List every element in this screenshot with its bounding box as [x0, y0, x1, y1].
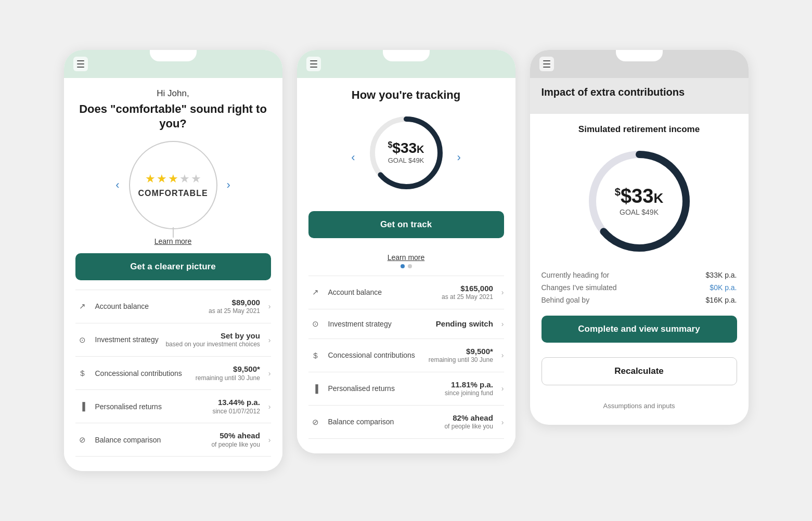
row-icon: ↗	[75, 299, 90, 314]
assumptions-link[interactable]: Assumptions and inputs	[603, 402, 675, 410]
row-icon: $	[308, 348, 323, 362]
info-row[interactable]: $ Concessional contributions $9,500* rem…	[308, 338, 504, 372]
star-4: ★	[179, 172, 190, 186]
row-icon: ▐	[308, 381, 323, 396]
phone-2: How you're tracking ‹ $$33K GOAL $49K	[297, 50, 515, 453]
row-label: Account balance	[95, 302, 204, 311]
row-label: Balance comparison	[328, 417, 440, 426]
recalculate-btn[interactable]: Recalculate	[542, 357, 737, 385]
row-label: Concessional contributions	[328, 350, 423, 360]
stat-row: Currently heading for $33K p.a.	[542, 269, 737, 281]
greeting: Hi John,	[75, 88, 271, 99]
phone-1: Hi John, Does "comfortable" sound right …	[64, 50, 282, 472]
sim-title: Simulated retirement income	[542, 124, 737, 135]
row-icon: $	[75, 366, 90, 381]
carousel-area-2: ‹ $$33K GOAL $49K ›	[308, 111, 504, 204]
menu-icon-2[interactable]	[306, 57, 321, 71]
donut-center-2: $$33K GOAL $49K	[388, 141, 424, 164]
learn-more-link-2[interactable]: Learn more	[388, 253, 425, 262]
learn-more-link-1[interactable]: Learn more	[154, 237, 192, 245]
row-value: 82% ahead of people like you	[444, 413, 493, 431]
dot-indicator-2	[308, 264, 504, 268]
row-chevron: ›	[501, 384, 504, 393]
info-row[interactable]: ▐ Personalised returns 13.44% p.a. since…	[75, 389, 271, 423]
stat-label: Behind goal by	[542, 296, 590, 304]
carousel-area: ‹ ★ ★ ★ ★ ★ COMFORTABLE ›	[75, 141, 271, 229]
stat-value: $16K p.a.	[706, 296, 737, 304]
row-label: Personalised returns	[95, 402, 208, 411]
donut-amount-2: $$33K	[388, 141, 424, 155]
stars: ★ ★ ★ ★ ★	[145, 172, 201, 186]
phone1-notch	[150, 50, 197, 61]
row-chevron: ›	[268, 402, 271, 411]
row-label: Account balance	[328, 288, 437, 297]
prev-btn-2[interactable]: ‹	[347, 149, 359, 166]
get-on-track-btn[interactable]: Get on track	[308, 211, 504, 238]
info-row[interactable]: ⊘ Balance comparison 50% ahead of people…	[75, 423, 271, 457]
learn-more-2: Learn more	[308, 253, 504, 262]
row-value: 11.81% p.a. since joining fund	[445, 380, 493, 398]
row-label: Concessional contributions	[95, 369, 190, 378]
info-row[interactable]: $ Concessional contributions $9,500* rem…	[75, 356, 271, 389]
row-chevron: ›	[501, 320, 504, 328]
row-value: 13.44% p.a. since 01/07/2012	[212, 397, 260, 415]
stats-section: Currently heading for $33K p.a. Changes …	[542, 269, 737, 306]
info-row[interactable]: ⊘ Balance comparison 82% ahead of people…	[308, 405, 504, 439]
row-icon: ⊘	[308, 415, 323, 429]
row-value: Set by you based on your investment choi…	[165, 331, 260, 349]
info-row[interactable]: ▐ Personalised returns 11.81% p.a. since…	[308, 372, 504, 405]
menu-icon-1[interactable]	[73, 57, 88, 71]
donut-goal-2: GOAL $49K	[388, 157, 424, 164]
star-3: ★	[168, 172, 178, 186]
info-rows-2: ↗ Account balance $165,000 as at 25 May …	[308, 276, 504, 439]
complete-summary-btn[interactable]: Complete and view summary	[542, 316, 737, 343]
phone1-content: Hi John, Does "comfortable" sound right …	[64, 78, 282, 472]
info-row[interactable]: ↗ Account balance $165,000 as at 25 May …	[308, 276, 504, 309]
phone3-content: Simulated retirement income $$33K GOAL $…	[530, 114, 749, 425]
info-row[interactable]: ⊙ Investment strategy Set by you based o…	[75, 323, 271, 356]
row-icon: ⊙	[308, 317, 323, 331]
large-donut-center: $$33K GOAL $49K	[615, 186, 663, 216]
impact-title: Impact of extra contributions	[542, 86, 737, 98]
star-5: ★	[191, 172, 201, 186]
prev-btn[interactable]: ‹	[111, 176, 123, 194]
comfort-circle: ★ ★ ★ ★ ★ COMFORTABLE	[129, 141, 217, 229]
row-chevron: ›	[268, 336, 271, 344]
row-chevron: ›	[501, 288, 504, 296]
dot-2	[408, 264, 412, 268]
row-value: $9,500* remaining until 30 June	[429, 346, 493, 364]
row-chevron: ›	[268, 302, 271, 310]
row-value: Pending switch	[436, 319, 493, 329]
info-row[interactable]: ⊙ Investment strategy Pending switch ›	[308, 309, 504, 338]
phone2-content: How you're tracking ‹ $$33K GOAL $49K	[297, 78, 515, 453]
next-btn-2[interactable]: ›	[453, 149, 465, 166]
question: Does "comfortable" sound right to you?	[75, 102, 271, 132]
phone2-top-bar	[297, 50, 515, 78]
row-icon: ↗	[308, 285, 323, 299]
info-row[interactable]: ↗ Account balance $89,000 as at 25 May 2…	[75, 290, 271, 323]
row-label: Balance comparison	[95, 435, 207, 445]
learn-more-1: Learn more	[75, 237, 271, 246]
stat-value: $33K p.a.	[706, 271, 737, 279]
menu-icon-3[interactable]	[539, 57, 554, 71]
row-label: Personalised returns	[328, 384, 440, 393]
get-clearer-picture-btn[interactable]: Get a clearer picture	[75, 253, 271, 280]
phone3-top-section: Impact of extra contributions	[530, 78, 749, 114]
row-icon: ▐	[75, 399, 90, 414]
row-value: $9,500* remaining until 30 June	[196, 364, 260, 382]
stat-row: Changes I've simulated $0K p.a.	[542, 281, 737, 294]
dot-1	[401, 264, 405, 268]
row-chevron: ›	[501, 351, 504, 359]
row-chevron: ›	[268, 369, 271, 377]
stat-value: $0K p.a.	[710, 283, 737, 292]
row-label: Investment strategy	[95, 335, 161, 344]
star-1: ★	[145, 172, 156, 186]
row-icon: ⊙	[75, 333, 90, 347]
donut-container-2: $$33K GOAL $49K	[365, 111, 448, 194]
phone3-notch	[616, 50, 663, 61]
phone1-top-bar	[64, 50, 282, 78]
row-value: $165,000 as at 25 May 2021	[442, 283, 493, 302]
phones-container: Hi John, Does "comfortable" sound right …	[64, 50, 749, 472]
next-btn[interactable]: ›	[223, 176, 235, 194]
row-chevron: ›	[501, 418, 504, 426]
